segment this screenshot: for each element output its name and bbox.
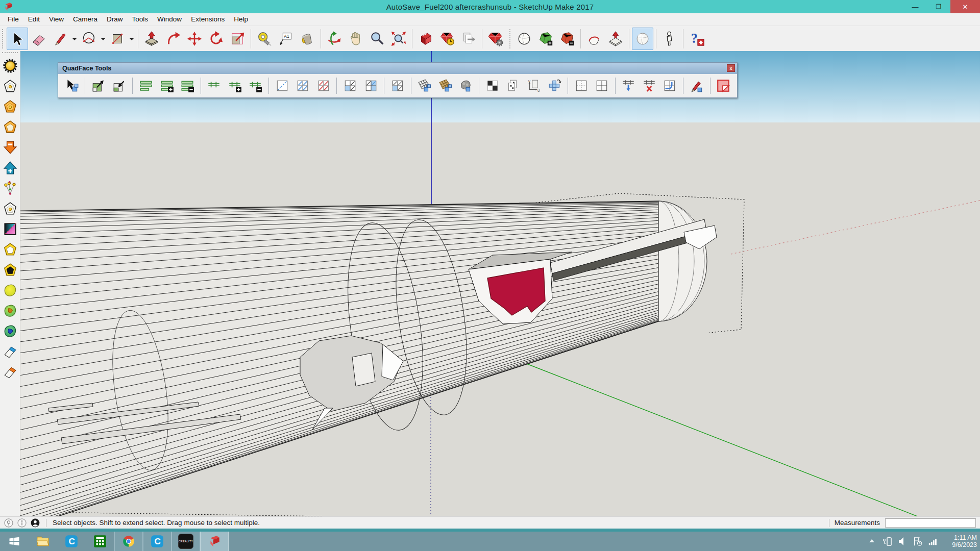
select-tool[interactable] (7, 28, 28, 50)
qft-copy-uv[interactable] (503, 76, 522, 95)
taskbar-cura[interactable]: C (57, 532, 86, 551)
qft-insert-loop[interactable] (619, 76, 638, 95)
line-tool[interactable] (50, 28, 71, 50)
qft-mesh-to-quads[interactable] (415, 76, 434, 95)
pan-tool[interactable] (345, 28, 366, 50)
qft-triangulated-to-quads[interactable] (340, 76, 359, 95)
volume-icon[interactable] (897, 536, 908, 547)
subd-uv-editor[interactable] (1, 219, 19, 239)
subd-vertex-tool[interactable] (1, 179, 19, 198)
qft-smooth-quads[interactable] (456, 76, 475, 95)
tape-measure-tool[interactable] (254, 28, 275, 50)
subd-crease-dark[interactable] (1, 260, 19, 280)
menu-edit[interactable]: Edit (23, 13, 44, 26)
subd-crease-light[interactable] (1, 240, 19, 259)
qft-grow-loop[interactable] (225, 76, 244, 95)
start-button[interactable] (0, 532, 29, 551)
subd-brush-yellow[interactable] (1, 281, 19, 300)
quadface-close-button[interactable]: x (727, 64, 735, 72)
subd-preview-2[interactable] (1, 97, 19, 116)
qft-grid[interactable] (592, 76, 611, 95)
qft-uv-mapping[interactable] (545, 76, 564, 95)
menu-extensions[interactable]: Extensions (186, 13, 229, 26)
taskbar-creality[interactable]: CREALITY (172, 532, 200, 551)
toolbar-grip[interactable] (2, 29, 5, 48)
power-battery-icon[interactable] (882, 536, 892, 547)
subd-toggle-gear[interactable] (1, 56, 19, 76)
action-center-flag-icon[interactable] (913, 536, 923, 547)
share-model-tool[interactable] (458, 28, 479, 50)
menu-draw[interactable]: Draw (102, 13, 128, 26)
qft-material-checker[interactable] (483, 76, 502, 95)
close-button[interactable]: ✕ (950, 0, 980, 13)
qft-sandbox-to-quads[interactable] (435, 76, 454, 95)
qft-select-ring[interactable] (136, 76, 155, 95)
qft-shrink-loop[interactable] (246, 76, 265, 95)
taskbar-sketchup[interactable] (200, 532, 229, 551)
qft-shrink-ring[interactable] (178, 76, 197, 95)
eraser-tool[interactable] (28, 28, 50, 50)
soft-sphere-tool[interactable] (513, 28, 535, 50)
shapes-tool[interactable] (107, 28, 128, 50)
3d-warehouse-tool[interactable] (415, 28, 436, 50)
qft-flip-triangulation[interactable] (273, 76, 291, 95)
subd-preview-4[interactable] (1, 199, 19, 218)
extension-warehouse-tool[interactable] (436, 28, 458, 50)
model-scene[interactable] (0, 51, 980, 516)
paint-bucket-tool[interactable] (297, 28, 318, 50)
move-tool[interactable] (184, 28, 205, 50)
measurements-input[interactable] (885, 518, 976, 528)
subd-increase-subdivision[interactable] (1, 158, 19, 178)
subd-brush-orange[interactable] (1, 301, 19, 320)
taskbar-calculator[interactable] (86, 532, 114, 551)
qft-remove-triangulation[interactable] (314, 76, 333, 95)
menu-view[interactable]: View (44, 13, 68, 26)
qft-grid-dotted[interactable] (572, 76, 591, 95)
qft-grow-ring[interactable] (157, 76, 176, 95)
menu-tools[interactable]: Tools (128, 13, 153, 26)
minimize-button[interactable]: — (903, 0, 927, 13)
network-signal-icon[interactable] (928, 536, 938, 547)
subd-brush-blue[interactable] (1, 321, 19, 341)
qft-edge-flow[interactable] (660, 76, 679, 95)
orbit-tool[interactable] (324, 28, 345, 50)
push-pull-tool[interactable] (141, 28, 162, 50)
sidebar-grip[interactable] (2, 52, 18, 55)
menu-window[interactable]: Window (153, 13, 186, 26)
ruby-extensions-tool[interactable] (485, 28, 506, 50)
qft-grow-selection[interactable] (89, 76, 108, 95)
subd-decrease-subdivision[interactable] (1, 138, 19, 157)
qft-select-loop[interactable] (205, 76, 224, 95)
taskbar-file-explorer[interactable] (29, 532, 57, 551)
shapes-tool-dropdown[interactable] (128, 28, 135, 50)
credits-icon[interactable] (17, 518, 27, 528)
push-pull-solid-tool[interactable] (605, 28, 626, 50)
qft-convert-blender-quads[interactable] (361, 76, 380, 95)
rotate-tool[interactable] (205, 28, 227, 50)
subd-eraser-orange[interactable] (1, 362, 19, 382)
qft-shrink-selection[interactable] (110, 76, 129, 95)
zoom-tool[interactable] (366, 28, 388, 50)
qft-triangulate[interactable] (293, 76, 312, 95)
scale-tool[interactable] (227, 28, 248, 50)
show-hidden-icons-chevron[interactable] (867, 536, 877, 547)
subd-toggle-tool[interactable] (632, 28, 653, 50)
solid-subtract-tool[interactable] (556, 28, 578, 50)
geolocation-icon[interactable] (4, 518, 13, 528)
account-icon[interactable] (31, 518, 40, 528)
help-upload-tool[interactable]: ? (686, 28, 707, 50)
shell-tool[interactable] (583, 28, 605, 50)
arc-tool-dropdown[interactable] (100, 28, 107, 50)
component-figure-tool[interactable] (659, 28, 680, 50)
qft-deselect-border[interactable] (714, 76, 733, 95)
line-tool-dropdown[interactable] (71, 28, 78, 50)
arc-tool[interactable] (78, 28, 100, 50)
qft-remove-loop[interactable] (640, 76, 658, 95)
menu-camera[interactable]: Camera (68, 13, 102, 26)
solid-union-tool[interactable] (535, 28, 556, 50)
taskbar-chrome[interactable] (114, 532, 143, 551)
subd-eraser-blue[interactable] (1, 342, 19, 361)
text-tool[interactable]: A1 (275, 28, 297, 50)
taskbar-clock[interactable]: 1:11 AM 9/6/2023 (945, 534, 977, 548)
qft-convert-legacy-quads[interactable] (388, 76, 407, 95)
